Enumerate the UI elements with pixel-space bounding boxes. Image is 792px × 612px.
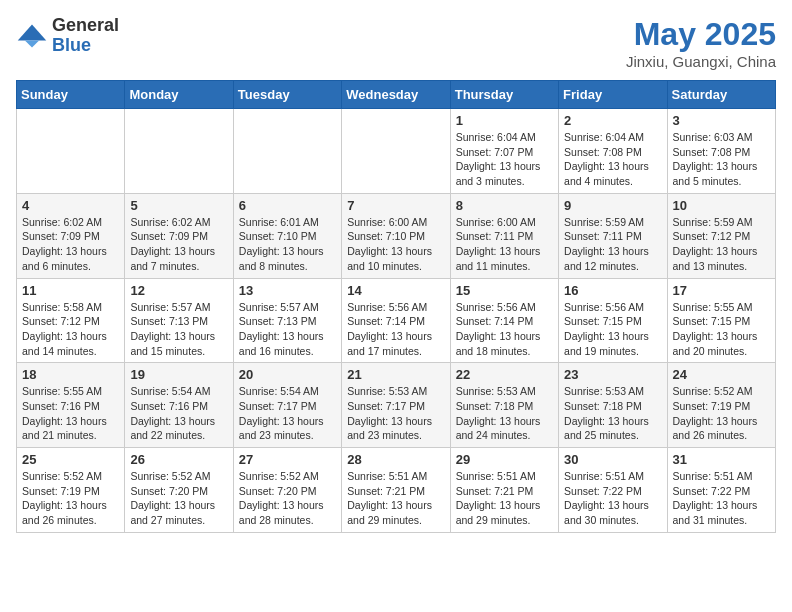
day-info-8: Sunrise: 6:00 AM Sunset: 7:11 PM Dayligh…	[456, 215, 553, 274]
day-info-27: Sunrise: 5:52 AM Sunset: 7:20 PM Dayligh…	[239, 469, 336, 528]
logo-icon	[16, 22, 48, 50]
day-cell-28: 28Sunrise: 5:51 AM Sunset: 7:21 PM Dayli…	[342, 448, 450, 533]
day-info-2: Sunrise: 6:04 AM Sunset: 7:08 PM Dayligh…	[564, 130, 661, 189]
day-cell-1: 1Sunrise: 6:04 AM Sunset: 7:07 PM Daylig…	[450, 109, 558, 194]
day-number-13: 13	[239, 283, 336, 298]
day-number-26: 26	[130, 452, 227, 467]
logo-general-text: General	[52, 16, 119, 36]
day-info-15: Sunrise: 5:56 AM Sunset: 7:14 PM Dayligh…	[456, 300, 553, 359]
day-number-5: 5	[130, 198, 227, 213]
day-cell-15: 15Sunrise: 5:56 AM Sunset: 7:14 PM Dayli…	[450, 278, 558, 363]
day-number-17: 17	[673, 283, 770, 298]
weekday-header-saturday: Saturday	[667, 81, 775, 109]
day-cell-30: 30Sunrise: 5:51 AM Sunset: 7:22 PM Dayli…	[559, 448, 667, 533]
day-cell-3: 3Sunrise: 6:03 AM Sunset: 7:08 PM Daylig…	[667, 109, 775, 194]
day-number-4: 4	[22, 198, 119, 213]
day-info-6: Sunrise: 6:01 AM Sunset: 7:10 PM Dayligh…	[239, 215, 336, 274]
day-cell-8: 8Sunrise: 6:00 AM Sunset: 7:11 PM Daylig…	[450, 193, 558, 278]
day-number-25: 25	[22, 452, 119, 467]
day-cell-29: 29Sunrise: 5:51 AM Sunset: 7:21 PM Dayli…	[450, 448, 558, 533]
day-info-31: Sunrise: 5:51 AM Sunset: 7:22 PM Dayligh…	[673, 469, 770, 528]
day-info-22: Sunrise: 5:53 AM Sunset: 7:18 PM Dayligh…	[456, 384, 553, 443]
day-number-1: 1	[456, 113, 553, 128]
empty-cell	[17, 109, 125, 194]
day-cell-5: 5Sunrise: 6:02 AM Sunset: 7:09 PM Daylig…	[125, 193, 233, 278]
day-info-29: Sunrise: 5:51 AM Sunset: 7:21 PM Dayligh…	[456, 469, 553, 528]
day-info-17: Sunrise: 5:55 AM Sunset: 7:15 PM Dayligh…	[673, 300, 770, 359]
svg-marker-0	[18, 24, 46, 40]
logo-text: General Blue	[52, 16, 119, 56]
day-cell-17: 17Sunrise: 5:55 AM Sunset: 7:15 PM Dayli…	[667, 278, 775, 363]
day-number-21: 21	[347, 367, 444, 382]
day-info-1: Sunrise: 6:04 AM Sunset: 7:07 PM Dayligh…	[456, 130, 553, 189]
day-cell-23: 23Sunrise: 5:53 AM Sunset: 7:18 PM Dayli…	[559, 363, 667, 448]
calendar-table: SundayMondayTuesdayWednesdayThursdayFrid…	[16, 80, 776, 533]
logo: General Blue	[16, 16, 119, 56]
day-info-20: Sunrise: 5:54 AM Sunset: 7:17 PM Dayligh…	[239, 384, 336, 443]
weekday-header-sunday: Sunday	[17, 81, 125, 109]
day-info-16: Sunrise: 5:56 AM Sunset: 7:15 PM Dayligh…	[564, 300, 661, 359]
day-number-24: 24	[673, 367, 770, 382]
day-info-28: Sunrise: 5:51 AM Sunset: 7:21 PM Dayligh…	[347, 469, 444, 528]
day-cell-12: 12Sunrise: 5:57 AM Sunset: 7:13 PM Dayli…	[125, 278, 233, 363]
day-number-29: 29	[456, 452, 553, 467]
day-number-27: 27	[239, 452, 336, 467]
day-info-10: Sunrise: 5:59 AM Sunset: 7:12 PM Dayligh…	[673, 215, 770, 274]
day-info-4: Sunrise: 6:02 AM Sunset: 7:09 PM Dayligh…	[22, 215, 119, 274]
day-number-12: 12	[130, 283, 227, 298]
day-number-23: 23	[564, 367, 661, 382]
day-cell-25: 25Sunrise: 5:52 AM Sunset: 7:19 PM Dayli…	[17, 448, 125, 533]
day-number-8: 8	[456, 198, 553, 213]
week-row-2: 4Sunrise: 6:02 AM Sunset: 7:09 PM Daylig…	[17, 193, 776, 278]
day-cell-26: 26Sunrise: 5:52 AM Sunset: 7:20 PM Dayli…	[125, 448, 233, 533]
day-cell-7: 7Sunrise: 6:00 AM Sunset: 7:10 PM Daylig…	[342, 193, 450, 278]
day-info-24: Sunrise: 5:52 AM Sunset: 7:19 PM Dayligh…	[673, 384, 770, 443]
day-cell-13: 13Sunrise: 5:57 AM Sunset: 7:13 PM Dayli…	[233, 278, 341, 363]
day-cell-14: 14Sunrise: 5:56 AM Sunset: 7:14 PM Dayli…	[342, 278, 450, 363]
empty-cell	[342, 109, 450, 194]
day-info-26: Sunrise: 5:52 AM Sunset: 7:20 PM Dayligh…	[130, 469, 227, 528]
day-cell-24: 24Sunrise: 5:52 AM Sunset: 7:19 PM Dayli…	[667, 363, 775, 448]
day-number-3: 3	[673, 113, 770, 128]
empty-cell	[233, 109, 341, 194]
title-area: May 2025 Jinxiu, Guangxi, China	[626, 16, 776, 70]
day-cell-2: 2Sunrise: 6:04 AM Sunset: 7:08 PM Daylig…	[559, 109, 667, 194]
day-number-10: 10	[673, 198, 770, 213]
day-cell-10: 10Sunrise: 5:59 AM Sunset: 7:12 PM Dayli…	[667, 193, 775, 278]
month-title: May 2025	[626, 16, 776, 53]
day-number-22: 22	[456, 367, 553, 382]
day-info-19: Sunrise: 5:54 AM Sunset: 7:16 PM Dayligh…	[130, 384, 227, 443]
day-info-9: Sunrise: 5:59 AM Sunset: 7:11 PM Dayligh…	[564, 215, 661, 274]
day-info-21: Sunrise: 5:53 AM Sunset: 7:17 PM Dayligh…	[347, 384, 444, 443]
day-number-6: 6	[239, 198, 336, 213]
day-info-13: Sunrise: 5:57 AM Sunset: 7:13 PM Dayligh…	[239, 300, 336, 359]
day-info-18: Sunrise: 5:55 AM Sunset: 7:16 PM Dayligh…	[22, 384, 119, 443]
week-row-1: 1Sunrise: 6:04 AM Sunset: 7:07 PM Daylig…	[17, 109, 776, 194]
day-number-15: 15	[456, 283, 553, 298]
day-info-23: Sunrise: 5:53 AM Sunset: 7:18 PM Dayligh…	[564, 384, 661, 443]
week-row-4: 18Sunrise: 5:55 AM Sunset: 7:16 PM Dayli…	[17, 363, 776, 448]
day-cell-18: 18Sunrise: 5:55 AM Sunset: 7:16 PM Dayli…	[17, 363, 125, 448]
day-number-18: 18	[22, 367, 119, 382]
day-cell-11: 11Sunrise: 5:58 AM Sunset: 7:12 PM Dayli…	[17, 278, 125, 363]
day-cell-9: 9Sunrise: 5:59 AM Sunset: 7:11 PM Daylig…	[559, 193, 667, 278]
weekday-header-wednesday: Wednesday	[342, 81, 450, 109]
day-cell-4: 4Sunrise: 6:02 AM Sunset: 7:09 PM Daylig…	[17, 193, 125, 278]
day-number-9: 9	[564, 198, 661, 213]
day-number-19: 19	[130, 367, 227, 382]
day-number-14: 14	[347, 283, 444, 298]
logo-blue-text: Blue	[52, 36, 119, 56]
day-number-28: 28	[347, 452, 444, 467]
day-number-7: 7	[347, 198, 444, 213]
day-cell-6: 6Sunrise: 6:01 AM Sunset: 7:10 PM Daylig…	[233, 193, 341, 278]
week-row-5: 25Sunrise: 5:52 AM Sunset: 7:19 PM Dayli…	[17, 448, 776, 533]
week-row-3: 11Sunrise: 5:58 AM Sunset: 7:12 PM Dayli…	[17, 278, 776, 363]
empty-cell	[125, 109, 233, 194]
day-info-25: Sunrise: 5:52 AM Sunset: 7:19 PM Dayligh…	[22, 469, 119, 528]
day-cell-16: 16Sunrise: 5:56 AM Sunset: 7:15 PM Dayli…	[559, 278, 667, 363]
day-cell-19: 19Sunrise: 5:54 AM Sunset: 7:16 PM Dayli…	[125, 363, 233, 448]
day-info-5: Sunrise: 6:02 AM Sunset: 7:09 PM Dayligh…	[130, 215, 227, 274]
day-cell-20: 20Sunrise: 5:54 AM Sunset: 7:17 PM Dayli…	[233, 363, 341, 448]
day-number-2: 2	[564, 113, 661, 128]
day-cell-21: 21Sunrise: 5:53 AM Sunset: 7:17 PM Dayli…	[342, 363, 450, 448]
